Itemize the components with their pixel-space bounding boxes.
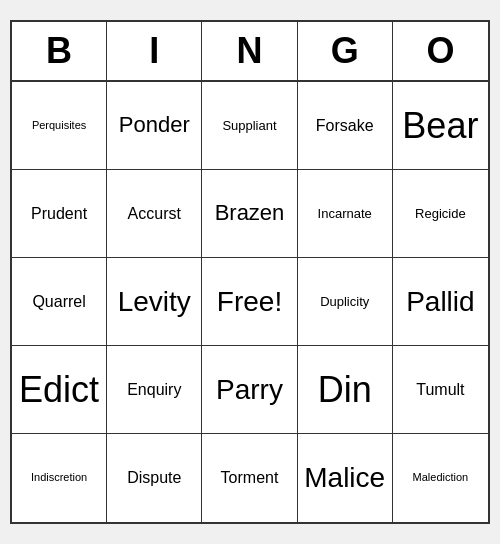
header-letter: I [107, 22, 202, 80]
bingo-cell: Perquisites [12, 82, 107, 170]
cell-text: Edict [19, 368, 99, 411]
bingo-cell: Torment [202, 434, 297, 522]
cell-text: Brazen [215, 200, 285, 226]
cell-text: Torment [221, 468, 279, 487]
cell-text: Forsake [316, 116, 374, 135]
cell-text: Pallid [406, 285, 474, 319]
cell-text: Tumult [416, 380, 464, 399]
cell-text: Bear [402, 104, 478, 147]
cell-text: Perquisites [32, 119, 86, 132]
cell-text: Free! [217, 285, 282, 319]
bingo-card: BINGO PerquisitesPonderSuppliantForsakeB… [10, 20, 490, 524]
bingo-cell: Accurst [107, 170, 202, 258]
bingo-cell: Suppliant [202, 82, 297, 170]
cell-text: Regicide [415, 206, 466, 222]
bingo-cell: Dispute [107, 434, 202, 522]
bingo-cell: Brazen [202, 170, 297, 258]
cell-text: Din [318, 368, 372, 411]
bingo-cell: Duplicity [298, 258, 393, 346]
header-letter: B [12, 22, 107, 80]
cell-text: Incarnate [318, 206, 372, 222]
bingo-cell: Prudent [12, 170, 107, 258]
bingo-cell: Enquiry [107, 346, 202, 434]
cell-text: Suppliant [222, 118, 276, 134]
cell-text: Accurst [128, 204, 181, 223]
cell-text: Levity [118, 285, 191, 319]
bingo-cell: Bear [393, 82, 488, 170]
bingo-cell: Din [298, 346, 393, 434]
cell-text: Ponder [119, 112, 190, 138]
cell-text: Parry [216, 373, 283, 407]
bingo-cell: Malice [298, 434, 393, 522]
bingo-cell: Edict [12, 346, 107, 434]
bingo-cell: Indiscretion [12, 434, 107, 522]
bingo-cell: Ponder [107, 82, 202, 170]
cell-text: Enquiry [127, 380, 181, 399]
cell-text: Duplicity [320, 294, 369, 310]
bingo-cell: Quarrel [12, 258, 107, 346]
bingo-cell: Levity [107, 258, 202, 346]
bingo-cell: Pallid [393, 258, 488, 346]
header-letter: O [393, 22, 488, 80]
header-letter: G [298, 22, 393, 80]
header-letter: N [202, 22, 297, 80]
bingo-cell: Regicide [393, 170, 488, 258]
cell-text: Quarrel [32, 292, 85, 311]
bingo-cell: Forsake [298, 82, 393, 170]
bingo-grid: PerquisitesPonderSuppliantForsakeBearPru… [12, 82, 488, 522]
bingo-cell: Free! [202, 258, 297, 346]
cell-text: Indiscretion [31, 471, 87, 484]
cell-text: Prudent [31, 204, 87, 223]
cell-text: Malediction [413, 471, 469, 484]
bingo-cell: Incarnate [298, 170, 393, 258]
bingo-cell: Malediction [393, 434, 488, 522]
cell-text: Dispute [127, 468, 181, 487]
bingo-cell: Parry [202, 346, 297, 434]
bingo-header: BINGO [12, 22, 488, 82]
bingo-cell: Tumult [393, 346, 488, 434]
cell-text: Malice [304, 461, 385, 495]
